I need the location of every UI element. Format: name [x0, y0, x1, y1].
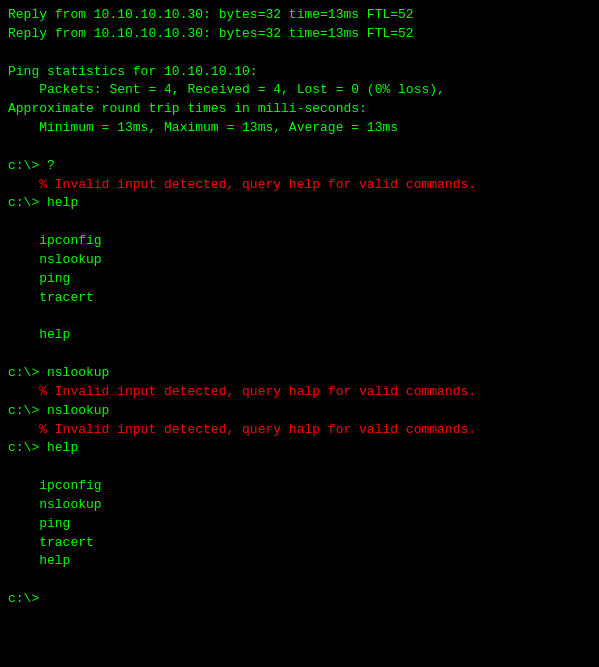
output-line: c:\> ?	[8, 157, 591, 176]
blank-line	[8, 345, 591, 364]
output-line: tracert	[8, 289, 591, 308]
output-line: c:\> help	[8, 439, 591, 458]
output-line: ipconfig	[8, 232, 591, 251]
output-line: nslookup	[8, 496, 591, 515]
output-line: Approximate round trip times in milli-se…	[8, 100, 591, 119]
output-line: tracert	[8, 534, 591, 553]
error-line: % Invalid input detected, query halp for…	[8, 421, 591, 440]
output-line: help	[8, 326, 591, 345]
blank-line	[8, 571, 591, 590]
output-line: nslookup	[8, 251, 591, 270]
output-line: Reply from 10.10.10.10.30: bytes=32 time…	[8, 25, 591, 44]
blank-line	[8, 308, 591, 327]
output-line: ping	[8, 515, 591, 534]
output-line: c:\>	[8, 590, 591, 609]
blank-line	[8, 138, 591, 157]
error-line: % Invalid input detected, query help for…	[8, 176, 591, 195]
blank-line	[8, 44, 591, 63]
output-line: Packets: Sent = 4, Received = 4, Lost = …	[8, 81, 591, 100]
output-line: c:\> nslookup	[8, 364, 591, 383]
output-line: ipconfig	[8, 477, 591, 496]
blank-line	[8, 213, 591, 232]
output-line: c:\> help	[8, 194, 591, 213]
output-line: Ping statistics for 10.10.10.10:	[8, 63, 591, 82]
output-line: help	[8, 552, 591, 571]
output-line: ping	[8, 270, 591, 289]
terminal-window: Reply from 10.10.10.10.30: bytes=32 time…	[8, 6, 591, 609]
error-line: % Invalid input detected, query halp for…	[8, 383, 591, 402]
output-line: Reply from 10.10.10.10.30: bytes=32 time…	[8, 6, 591, 25]
blank-line	[8, 458, 591, 477]
output-line: Minimum = 13ms, Maximum = 13ms, Average …	[8, 119, 591, 138]
output-line: c:\> nslookup	[8, 402, 591, 421]
